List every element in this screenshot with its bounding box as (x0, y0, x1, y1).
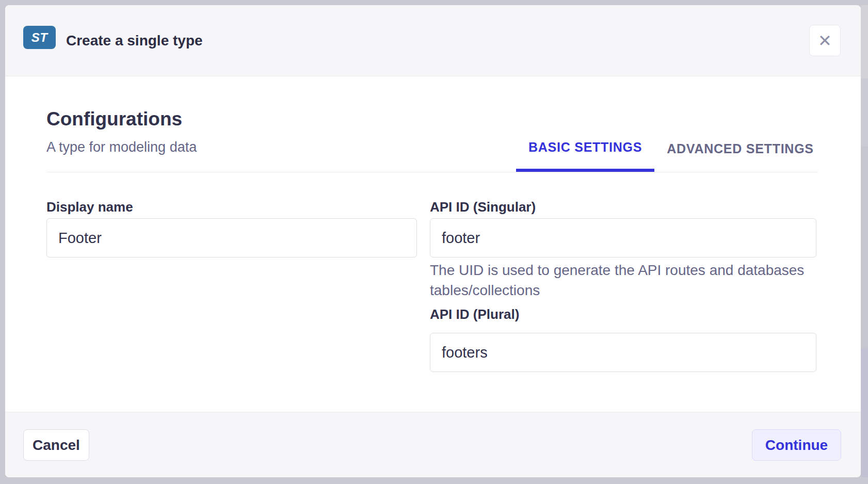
section-title: Configurations (46, 108, 182, 130)
display-name-label: Display name (46, 199, 133, 215)
tab-advanced-settings[interactable]: ADVANCED SETTINGS (654, 126, 826, 172)
section-divider (46, 172, 818, 172)
close-button[interactable]: ✕ (809, 25, 841, 56)
section-subtitle: A type for modeling data (46, 139, 197, 155)
background-page-edge (861, 147, 868, 348)
background-page-edge (861, 5, 868, 78)
modal-title: Create a single type (66, 5, 203, 76)
display-name-input[interactable] (46, 218, 417, 257)
tab-basic-settings[interactable]: BASIC SETTINGS (516, 126, 654, 172)
api-id-singular-hint: The UID is used to generate the API rout… (430, 260, 812, 300)
modal-footer: Cancel Continue (5, 412, 861, 477)
api-id-plural-input[interactable] (430, 333, 816, 372)
background-page-edge (861, 348, 868, 477)
background-page-edge (861, 78, 868, 147)
api-id-singular-input[interactable] (430, 218, 816, 257)
create-single-type-modal: ST Create a single type ✕ Configurations… (5, 5, 861, 477)
api-id-plural-label: API ID (Plural) (430, 306, 519, 322)
api-id-singular-label: API ID (Singular) (430, 199, 536, 215)
single-type-badge-icon: ST (23, 26, 56, 49)
continue-button[interactable]: Continue (752, 429, 841, 461)
cancel-button[interactable]: Cancel (23, 429, 89, 461)
close-icon: ✕ (818, 33, 832, 49)
modal-header: ST Create a single type ✕ (5, 5, 861, 76)
settings-tabs: BASIC SETTINGS ADVANCED SETTINGS (516, 126, 826, 172)
modal-body: Configurations A type for modeling data … (5, 76, 861, 412)
